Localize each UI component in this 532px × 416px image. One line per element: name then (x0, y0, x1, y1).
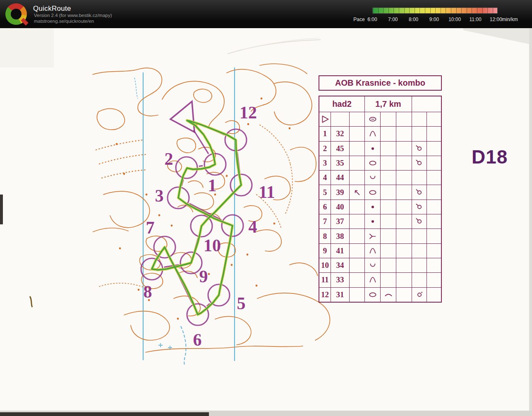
quickroute-url-link[interactable]: matstroeng.se/quickroute/en (34, 19, 94, 24)
control-number: 1 (208, 176, 217, 195)
desc-symbol-cell (350, 229, 365, 243)
desc-symbol-cell (350, 258, 365, 273)
desc-col-code (331, 112, 350, 127)
desc-symbol-cell (381, 156, 396, 171)
arrow-nw-icon (352, 188, 362, 197)
desc-col-code: 38 (331, 229, 350, 243)
desc-col-code: 45 (331, 142, 350, 156)
version-text: Version 2.4 (for www.bestik.cz/mapy) (34, 13, 112, 18)
reentrant-icon (367, 246, 378, 256)
desc-symbol-cell (412, 171, 427, 185)
class-label: D18 (472, 146, 508, 168)
desc-symbol-cell (350, 214, 365, 229)
quickroute-logo-icon (5, 3, 27, 25)
desc-col-number: 5 (319, 185, 331, 200)
desc-col-number: 12 (319, 288, 331, 302)
circle-tick-icon (414, 202, 425, 212)
desc-col-code: 44 (331, 171, 350, 185)
control-description-rows: 132245335444539640737838941103411331231 (319, 112, 441, 302)
desc-symbol-cell (412, 185, 427, 200)
desc-symbol-cell (412, 258, 427, 273)
desc-symbol-cell (396, 244, 412, 258)
desc-symbol-cell (350, 185, 365, 200)
desc-col-number: 10 (319, 258, 331, 273)
pace-tick: 6:00 (367, 17, 377, 22)
desc-symbol-cell (365, 112, 381, 127)
desc-col-code: 40 (331, 200, 350, 214)
desc-symbol-cell (365, 288, 381, 302)
desc-col-code: 31 (331, 288, 350, 302)
desc-col-code: 32 (331, 127, 350, 141)
desc-symbol-cell (396, 142, 412, 156)
desc-symbol-cell (396, 273, 412, 287)
desc-col-number: 4 (319, 171, 331, 185)
desc-col-number: 7 (319, 214, 331, 229)
desc-symbol-cell (412, 214, 427, 229)
circle-tick-icon (414, 158, 425, 168)
desc-symbol-cell (412, 112, 427, 127)
desc-symbol-cell (350, 112, 365, 127)
start-icon (320, 114, 331, 124)
desc-symbol-cell (350, 142, 365, 156)
junction-icon (367, 231, 378, 241)
course-info-row: had2 1,7 km (319, 96, 441, 112)
desc-symbol-cell (365, 200, 381, 214)
desc-symbol-cell (412, 156, 427, 171)
desc-symbol-cell (427, 127, 441, 141)
course-leg-line (199, 166, 203, 166)
desc-col-number: 2 (319, 142, 331, 156)
desc-symbol-cell (350, 288, 365, 302)
pace-unit: min/km (502, 17, 518, 22)
desc-col-number: 6 (319, 200, 331, 214)
pace-tick: 9:00 (429, 17, 439, 22)
desc-symbol-cell (427, 244, 441, 258)
desc-symbol-cell (427, 214, 441, 229)
desc-symbol-cell (350, 171, 365, 185)
control-descriptions-table: had2 1,7 km 1322453354445396407378389411… (319, 96, 442, 303)
desc-symbol-cell (365, 171, 381, 185)
dot-icon (367, 202, 378, 212)
control-number: 7 (146, 218, 155, 237)
desc-col-code: 33 (331, 273, 350, 287)
desc-symbol-cell (365, 229, 381, 243)
desc-col-number: 3 (319, 156, 331, 171)
map-canvas[interactable]: 123456789101112 AOB Krasnice - kombo had… (0, 28, 532, 416)
desc-symbol-cell (381, 244, 396, 258)
circle-tick-icon (414, 188, 425, 197)
desc-col-code: 41 (331, 244, 350, 258)
desc-symbol-cell (350, 273, 365, 287)
reentrant-icon (367, 129, 378, 139)
reentrant-icon (367, 275, 378, 285)
desc-symbol-cell (427, 112, 441, 127)
desc-symbol-cell (365, 127, 381, 141)
pace-bar-ticks (373, 8, 497, 13)
desc-symbol-cell (396, 127, 412, 141)
desc-symbol-cell (381, 171, 396, 185)
desc-symbol-cell (350, 156, 365, 171)
desc-symbol-cell (427, 171, 441, 185)
desc-symbol-cell (427, 200, 441, 214)
desc-symbol-cell (381, 273, 396, 287)
desc-symbol-cell (396, 171, 412, 185)
cup-icon (367, 173, 378, 183)
cup-icon (367, 260, 378, 270)
oval-icon (367, 158, 378, 168)
control-number: 3 (155, 186, 164, 205)
course-length: 1,7 km (365, 96, 412, 112)
desc-symbol-cell (381, 200, 396, 214)
desc-symbol-cell (427, 288, 441, 302)
desc-symbol-cell (396, 214, 412, 229)
desc-symbol-cell (381, 258, 396, 273)
oval-icon (367, 188, 378, 197)
desc-symbol-cell (427, 229, 441, 243)
desc-symbol-cell (381, 288, 396, 302)
desc-symbol-cell (427, 185, 441, 200)
desc-symbol-cell (396, 229, 412, 243)
oval-icon (367, 290, 378, 300)
desc-symbol-cell (365, 244, 381, 258)
course-name: had2 (319, 96, 365, 112)
pace-tick: 12:00 (490, 17, 502, 22)
desc-symbol-cell (396, 156, 412, 171)
control-number: 4 (249, 217, 257, 236)
desc-symbol-cell (381, 214, 396, 229)
